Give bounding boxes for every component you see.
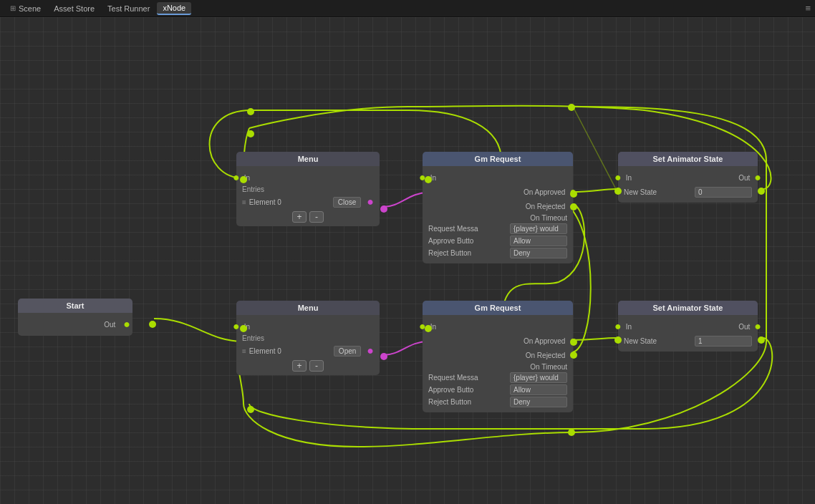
gmrequest1-body: ● In On Approved ● On Rejected ● On Time… (423, 166, 573, 263)
menu2-body: ● In Entries ≡ Element 0 Open ● + - (236, 315, 380, 375)
dot-anim2-in (614, 336, 622, 344)
menu1-in-port: ● In (242, 171, 374, 184)
gmrequest2-in-port: ● In (428, 320, 567, 333)
animstate1-body: ● In Out ● New State 0 (618, 166, 758, 203)
settings-icon[interactable]: ≡ (805, 3, 811, 14)
gmrequest2-rejected-port: On Rejected ● (428, 349, 567, 362)
dot-anim2-out (758, 336, 765, 344)
dot-arc-bottom-left (247, 406, 254, 413)
gmrequest2-reject-row: Reject Button Deny (428, 397, 567, 407)
animstate2-in-port: ● In (624, 320, 632, 333)
menu1-btn-row: + - (242, 211, 374, 223)
node-canvas[interactable]: Start Out ● Menu ● In Entries ≡ Element … (0, 17, 815, 504)
gmrequest2-body: ● In On Approved ● On Rejected ● On Time… (423, 315, 573, 412)
gmrequest1-approve-row: Approve Butto Allow (428, 236, 567, 246)
gmrequest1-rejected-port: On Rejected ● (428, 200, 567, 213)
menu1-entry-row: ≡ Element 0 Close ● (242, 195, 374, 208)
dot-menu2-entry-out (380, 353, 387, 360)
start-node-body: Out ● (18, 313, 132, 336)
dot-gmr1-approved (570, 190, 577, 198)
dot-menu1-entry-out (380, 205, 387, 213)
gmrequest2-timeout-port: On Timeout (428, 363, 567, 371)
menu2-btn-row: + - (242, 360, 374, 372)
gmrequest1-approved-port: On Approved ● (428, 185, 567, 198)
animstate2-header: Set Animator State (618, 301, 758, 315)
animstate1-header: Set Animator State (618, 152, 758, 166)
start-node-header: Start (18, 299, 132, 313)
menu2-in-port: ● In (242, 320, 374, 333)
dot-gmr1-in (425, 176, 432, 183)
gmrequest2-header: Gm Request (423, 301, 573, 315)
dot-top-left (247, 108, 254, 115)
scene-icon: ⊞ (10, 4, 16, 12)
menu2-add-btn[interactable]: + (292, 360, 307, 372)
dot-arc-bottom-right (568, 429, 575, 436)
dot-menu1-in-top (247, 130, 254, 137)
start-out-port: Out ● (24, 318, 127, 331)
animstate1-newstate-row: New State 0 (624, 187, 752, 198)
animstate1-out-port: Out ● (738, 171, 752, 184)
node-menu2: Menu ● In Entries ≡ Element 0 Open ● + - (236, 301, 380, 375)
menu1-body: ● In Entries ≡ Element 0 Close ● + - (236, 166, 380, 226)
node-gmrequest2: Gm Request ● In On Approved ● On Rejecte… (423, 301, 573, 412)
menu2-entry-icon: ≡ (242, 347, 246, 355)
menu1-header: Menu (236, 152, 380, 166)
dot-anim1-in (614, 188, 622, 195)
dot-menu2-in (240, 325, 247, 332)
tab-asset-store[interactable]: Asset Store (48, 3, 100, 14)
gmrequest1-timeout-port: On Timeout (428, 214, 567, 222)
dot-start-out (149, 321, 156, 328)
menu2-remove-btn[interactable]: - (309, 360, 324, 372)
tab-scene[interactable]: ⊞ Scene (4, 3, 47, 14)
menu1-entries-label: Entries (242, 185, 374, 193)
dot-gmr2-rejected (570, 352, 577, 359)
gmrequest2-msg-row: Request Messa {player} would (428, 372, 567, 383)
menu2-entry-row: ≡ Element 0 Open ● (242, 344, 374, 357)
tab-xnode[interactable]: xNode (157, 2, 191, 15)
menubar: ⊞ Scene Asset Store Test Runner xNode ≡ (0, 0, 815, 17)
node-menu1: Menu ● In Entries ≡ Element 0 Close ● + … (236, 152, 380, 226)
node-gmrequest1: Gm Request ● In On Approved ● On Rejecte… (423, 152, 573, 263)
animstate1-in-port: ● In (624, 171, 632, 184)
dot-menu1-in (240, 176, 247, 183)
gmrequest1-header: Gm Request (423, 152, 573, 166)
gmrequest2-approved-port: On Approved ● (428, 334, 567, 347)
node-animstate1: Set Animator State ● In Out ● New State … (618, 152, 758, 203)
dot-top-right (568, 104, 575, 111)
gmrequest1-msg-row: Request Messa {player} would (428, 223, 567, 234)
animstate2-out-port: Out ● (738, 320, 752, 333)
animstate2-newstate-row: New State 1 (624, 336, 752, 346)
animstate2-body: ● In Out ● New State 1 (618, 315, 758, 352)
dot-gmr2-approved (570, 339, 577, 346)
dot-gmr1-rejected (570, 203, 577, 210)
tab-test-runner[interactable]: Test Runner (102, 3, 155, 14)
menu2-header: Menu (236, 301, 380, 315)
menu1-remove-btn[interactable]: - (309, 211, 324, 223)
menu1-entry-icon: ≡ (242, 198, 246, 206)
dot-anim1-out (758, 188, 765, 195)
gmrequest1-reject-row: Reject Button Deny (428, 248, 567, 258)
menu2-entries-label: Entries (242, 334, 374, 342)
connections-layer (0, 17, 815, 504)
node-start: Start Out ● (18, 299, 132, 336)
dot-gmr2-in (425, 325, 432, 332)
gmrequest1-in-port: ● In (428, 171, 567, 184)
node-animstate2: Set Animator State ● In Out ● New State … (618, 301, 758, 352)
gmrequest2-approve-row: Approve Butto Allow (428, 384, 567, 395)
menu1-add-btn[interactable]: + (292, 211, 307, 223)
